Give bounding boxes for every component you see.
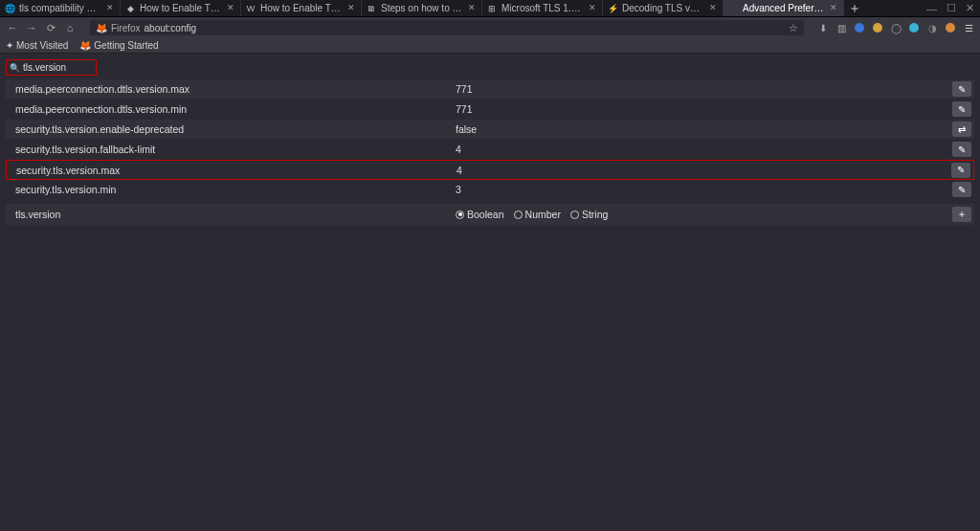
pref-name: security.tls.version.enable-deprecated bbox=[6, 123, 456, 135]
window-minimize-button[interactable]: — bbox=[926, 3, 937, 14]
radio-label: String bbox=[582, 209, 608, 220]
ext-icon-5[interactable] bbox=[945, 22, 956, 33]
pref-row[interactable]: security.tls.version.enable-deprecatedfa… bbox=[6, 120, 974, 140]
pref-action-cell: ✎ bbox=[949, 182, 974, 197]
radio-dot-icon bbox=[456, 210, 464, 219]
bookmark-label: Most Visited bbox=[16, 40, 68, 51]
ext-icon-1[interactable] bbox=[854, 22, 865, 33]
pref-action-cell: ⇄ bbox=[949, 122, 974, 137]
tab-favicon: 🌐 bbox=[4, 3, 15, 14]
edit-button[interactable]: ✎ bbox=[952, 101, 971, 117]
tab-close-icon[interactable]: ✕ bbox=[828, 3, 839, 14]
pref-value: 4 bbox=[457, 165, 948, 176]
tab-favicon: W bbox=[245, 3, 256, 14]
pref-name: security.tls.version.fallback-limit bbox=[6, 144, 456, 155]
back-button[interactable]: ← bbox=[6, 22, 19, 33]
bookmark-1[interactable]: 🦊Getting Started bbox=[79, 40, 158, 51]
tab-label: Microsoft TLS 1.3 Support Ref... bbox=[501, 3, 584, 13]
pref-value: 3 bbox=[456, 184, 949, 195]
pref-value: 4 bbox=[456, 144, 949, 155]
ext-icon-2[interactable] bbox=[872, 22, 883, 33]
radio-label: Number bbox=[525, 209, 561, 220]
bookmark-label: Getting Started bbox=[94, 40, 158, 51]
tab-label: Decoding TLS v1.2 protocol H... bbox=[622, 3, 704, 13]
type-radio-group: BooleanNumberString bbox=[456, 209, 949, 220]
window-maximize-button[interactable]: ☐ bbox=[947, 2, 956, 14]
type-radio-boolean[interactable]: Boolean bbox=[456, 209, 504, 220]
tab-5[interactable]: ⚡Decoding TLS v1.2 protocol H...✕ bbox=[603, 0, 724, 16]
edit-button[interactable]: ✎ bbox=[951, 163, 970, 178]
identity-label: Firefox bbox=[111, 23, 141, 33]
bookmarks-bar: ✦Most Visited🦊Getting Started bbox=[0, 38, 980, 54]
tab-1[interactable]: ◆How to Enable TLS 1.3 in Chr...✕ bbox=[121, 0, 241, 16]
ext-icon-4[interactable]: ◑ bbox=[926, 22, 938, 33]
tab-2[interactable]: WHow to Enable TLS 1.3 in Win...✕ bbox=[241, 0, 362, 16]
pref-row[interactable]: security.tls.version.min3✎ bbox=[6, 180, 974, 200]
url-text: about:config bbox=[145, 23, 789, 33]
bookmark-icon: 🦊 bbox=[79, 40, 91, 51]
pref-action-cell: ✎ bbox=[949, 81, 974, 97]
reload-button[interactable]: ⟳ bbox=[44, 22, 57, 34]
tab-close-icon[interactable]: ✕ bbox=[707, 3, 719, 14]
new-pref-name: tls.version bbox=[6, 209, 456, 220]
type-radio-number[interactable]: Number bbox=[514, 209, 561, 220]
downloads-icon[interactable]: ⬇ bbox=[817, 22, 829, 33]
bookmark-icon: ✦ bbox=[6, 40, 13, 51]
tab-4[interactable]: ⊞Microsoft TLS 1.3 Support Ref...✕ bbox=[482, 0, 603, 16]
tab-label: tls compatibility matrix - Go... bbox=[19, 3, 101, 13]
pref-row[interactable]: media.peerconnection.dtls.version.min771… bbox=[6, 100, 974, 120]
search-value: tls.version bbox=[23, 62, 66, 73]
pref-name: security.tls.version.max bbox=[7, 165, 457, 176]
tab-close-icon[interactable]: ✕ bbox=[104, 3, 116, 14]
edit-button[interactable]: ✎ bbox=[952, 142, 971, 157]
tab-favicon bbox=[727, 3, 739, 14]
account-icon[interactable]: ◯ bbox=[890, 22, 902, 33]
tab-6[interactable]: Advanced Preferences✕ bbox=[724, 0, 844, 16]
bookmark-star-icon[interactable]: ☆ bbox=[789, 22, 798, 34]
tab-3[interactable]: 🗎Steps on how to enable TLS 1...✕ bbox=[362, 0, 482, 16]
new-tab-button[interactable]: ＋ bbox=[844, 0, 865, 17]
tab-favicon: 🗎 bbox=[366, 3, 377, 14]
pref-value: false bbox=[456, 123, 949, 135]
new-pref-action-cell: ＋ bbox=[949, 207, 974, 222]
home-button[interactable]: ⌂ bbox=[63, 22, 77, 33]
nav-toolbar: ← → ⟳ ⌂ 🦊 Firefox about:config ☆ ⬇ ▥ ◯ ◑… bbox=[0, 17, 980, 38]
edit-button[interactable]: ✎ bbox=[952, 81, 971, 97]
tab-label: How to Enable TLS 1.3 in Chr... bbox=[140, 3, 222, 13]
tab-close-icon[interactable]: ✕ bbox=[587, 3, 598, 14]
radio-dot-icon bbox=[514, 210, 523, 219]
type-radio-string[interactable]: String bbox=[570, 209, 608, 220]
edit-button[interactable]: ✎ bbox=[952, 182, 971, 197]
toggle-button[interactable]: ⇄ bbox=[952, 122, 971, 137]
ext-icon-3[interactable] bbox=[908, 22, 920, 33]
search-icon: 🔍 bbox=[10, 63, 20, 73]
tab-close-icon[interactable]: ✕ bbox=[225, 3, 236, 14]
add-button[interactable]: ＋ bbox=[952, 207, 971, 222]
tab-label: Advanced Preferences bbox=[743, 3, 825, 13]
pref-action-cell: ✎ bbox=[949, 101, 974, 117]
pref-row[interactable]: media.peerconnection.dtls.version.max771… bbox=[6, 79, 974, 100]
pref-action-cell: ✎ bbox=[949, 142, 974, 157]
bookmark-0[interactable]: ✦Most Visited bbox=[6, 40, 68, 51]
url-bar[interactable]: 🦊 Firefox about:config ☆ bbox=[90, 20, 804, 35]
tab-label: Steps on how to enable TLS 1... bbox=[381, 3, 463, 13]
tab-close-icon[interactable]: ✕ bbox=[466, 3, 478, 14]
pref-name: security.tls.version.min bbox=[6, 184, 456, 195]
forward-button[interactable]: → bbox=[25, 22, 38, 33]
tab-favicon: ◆ bbox=[124, 3, 136, 14]
pref-name: media.peerconnection.dtls.version.max bbox=[6, 83, 456, 95]
pref-name: media.peerconnection.dtls.version.min bbox=[6, 103, 456, 115]
tab-0[interactable]: 🌐tls compatibility matrix - Go...✕ bbox=[0, 0, 121, 16]
pref-row[interactable]: security.tls.version.max4✎ bbox=[6, 160, 974, 180]
tab-favicon: ⚡ bbox=[607, 3, 618, 14]
pref-value: 771 bbox=[456, 103, 949, 115]
radio-label: Boolean bbox=[467, 209, 504, 220]
pref-search-input[interactable]: 🔍 tls.version bbox=[6, 59, 97, 76]
window-close-button[interactable]: ✕ bbox=[966, 2, 974, 14]
pref-row[interactable]: security.tls.version.fallback-limit4✎ bbox=[6, 140, 974, 160]
tab-close-icon[interactable]: ✕ bbox=[345, 3, 357, 14]
about-config-content: 🔍 tls.version media.peerconnection.dtls.… bbox=[0, 54, 980, 531]
menu-icon[interactable]: ☰ bbox=[963, 22, 974, 33]
library-icon[interactable]: ▥ bbox=[835, 22, 847, 33]
pref-action-cell: ✎ bbox=[948, 163, 973, 178]
